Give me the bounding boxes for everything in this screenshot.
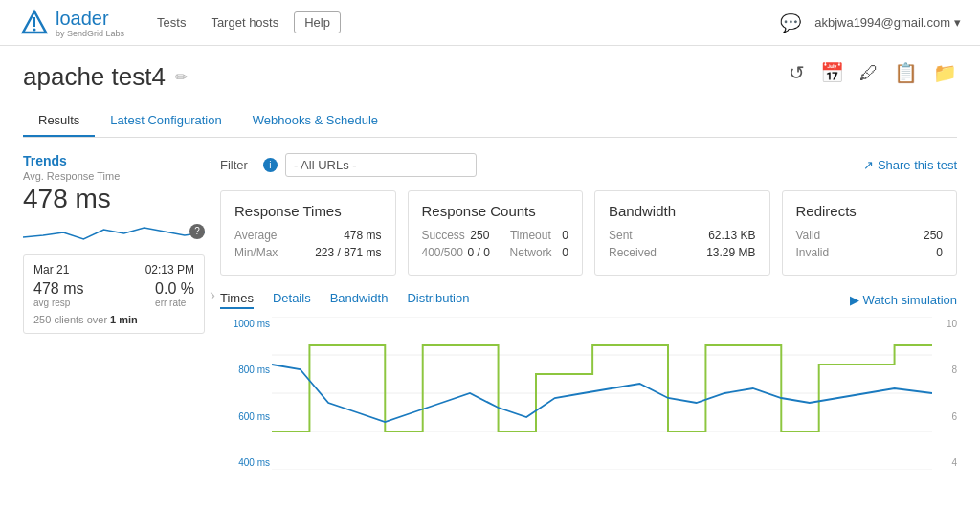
y-label-8: 8: [934, 365, 957, 375]
watch-sim-label: Watch simulation: [863, 293, 958, 307]
watch-simulation-link[interactable]: ▶ Watch simulation: [850, 293, 958, 307]
sidebar-time: 02:13 PM: [145, 263, 194, 277]
success-value: 250: [470, 229, 489, 242]
edit-icon[interactable]: 🖊: [859, 62, 879, 84]
avg-resp-val: 478 ms: [33, 280, 83, 298]
sent-value: 62.13 KB: [708, 229, 755, 242]
share-test-link[interactable]: ↗ Share this test: [863, 158, 957, 172]
invalid-label: Invalid: [796, 246, 830, 259]
filter-select-wrapper: - All URLs -: [285, 153, 477, 177]
dropdown-arrow-icon: ▾: [954, 15, 961, 30]
redirects-title: Redirects: [796, 203, 944, 219]
metrics-cards-row: Response Times Average 478 ms Min/Max 22…: [220, 190, 957, 276]
folder-icon[interactable]: 📁: [933, 61, 957, 84]
y-labels-right: 10 8 6 4: [934, 317, 957, 470]
avg-value: 478 ms: [344, 229, 381, 242]
valid-label: Valid: [796, 229, 821, 242]
navbar-right: 💬 akbjwa1994@gmail.com ▾: [780, 12, 961, 33]
response-counts-title: Response Counts: [422, 203, 569, 219]
valid-value: 250: [924, 229, 943, 242]
y-label-400: 400 ms: [220, 457, 270, 468]
filter-row: Filter i - All URLs - ↗ Share this test: [220, 153, 957, 177]
copy-icon[interactable]: 📋: [894, 61, 918, 84]
chart-tab-distribution[interactable]: Distribution: [407, 291, 469, 309]
brand-name: loader: [56, 8, 109, 29]
chart-tab-bandwidth[interactable]: Bandwidth: [330, 291, 389, 309]
minmax-label: Min/Max: [234, 246, 278, 259]
main-content-area: apache test4 ✏ ↺ 📅 🖊 📋 📁 Results Latest …: [0, 46, 980, 485]
nav-target-hosts[interactable]: Target hosts: [201, 11, 288, 33]
network-value: 0: [562, 246, 568, 259]
invalid-value: 0: [936, 246, 943, 259]
toolbar-icons: ↺ 📅 🖊 📋 📁: [789, 61, 957, 84]
avg-row: Average 478 ms: [234, 229, 382, 242]
sidebar: Trends Avg. Response Time 478 ms ? Mar 2…: [23, 153, 205, 470]
sidebar-data-row: 478 ms avg resp 0.0 % err rate: [33, 280, 194, 308]
sidebar-clients: 250 clients over 1 min: [33, 314, 194, 325]
err-rate-val: 0.0 %: [155, 280, 194, 298]
sidebar-date-time-row: Mar 21 02:13 PM: [33, 263, 194, 277]
tab-latest-config[interactable]: Latest Configuration: [95, 105, 236, 137]
content-area: Trends Avg. Response Time 478 ms ? Mar 2…: [23, 153, 957, 470]
sidebar-avg-resp: 478 ms avg resp: [33, 280, 83, 308]
network-label: Network: [510, 246, 552, 259]
400500-value: 0 / 0: [468, 246, 490, 259]
avg-response-label: Avg. Response Time: [23, 170, 205, 182]
user-email-dropdown[interactable]: akbjwa1994@gmail.com ▾: [814, 15, 961, 30]
y-labels-left: 1000 ms 800 ms 600 ms 400 ms: [220, 317, 270, 470]
title-row: apache test4 ✏ ↺ 📅 🖊 📋 📁: [23, 61, 957, 92]
chevron-right-icon[interactable]: ›: [210, 284, 215, 304]
minmax-value: 223 / 871 ms: [315, 246, 381, 259]
tab-webhooks[interactable]: Webhooks & Schedule: [237, 105, 393, 137]
400500-network-row: 400/500 0 / 0 Network 0: [422, 246, 569, 259]
avg-resp-lbl: avg resp: [33, 298, 83, 308]
filter-group: Filter i - All URLs -: [220, 153, 477, 177]
received-label: Received: [609, 246, 657, 259]
brand: loader by SendGrid Labs: [19, 8, 124, 38]
svg-point-2: [33, 28, 36, 31]
filter-label: Filter: [220, 158, 248, 172]
y-label-600: 600 ms: [220, 411, 270, 422]
play-icon: ▶: [850, 293, 859, 307]
trend-help-icon[interactable]: ?: [189, 224, 205, 239]
y-label-6: 6: [934, 411, 957, 422]
message-icon[interactable]: 💬: [780, 12, 801, 33]
err-rate-lbl: err rate: [155, 298, 194, 308]
response-counts-card: Response Counts Success 250 Timeout 0 40…: [408, 190, 584, 276]
trend-chart: ?: [23, 218, 205, 247]
sent-label: Sent: [609, 229, 633, 242]
sidebar-stats-card: Mar 21 02:13 PM 478 ms avg resp 0.0 % er…: [23, 254, 205, 334]
valid-row: Valid 250: [796, 229, 944, 242]
avg-response-value: 478 ms: [23, 184, 205, 214]
timeout-value: 0: [562, 229, 568, 242]
share-label: Share this test: [878, 158, 957, 172]
edit-title-icon[interactable]: ✏: [175, 68, 188, 86]
avg-label: Average: [234, 229, 277, 242]
response-times-title: Response Times: [234, 203, 382, 219]
page-title: apache test4: [23, 62, 166, 92]
chart-tab-group: Times Details Bandwidth Distribution: [220, 291, 469, 309]
received-row: Received 13.29 MB: [609, 246, 756, 259]
main-tabs: Results Latest Configuration Webhooks & …: [23, 105, 957, 138]
user-email-text: akbjwa1994@gmail.com: [814, 15, 950, 30]
y-label-800: 800 ms: [220, 365, 270, 375]
success-timeout-row: Success 250 Timeout 0: [422, 229, 569, 242]
success-label: Success: [422, 229, 465, 242]
filter-info-icon[interactable]: i: [263, 158, 278, 172]
nav-help[interactable]: Help: [294, 11, 341, 33]
calendar-icon[interactable]: 📅: [820, 61, 844, 84]
y-label-1000: 1000 ms: [220, 319, 270, 329]
tab-results[interactable]: Results: [23, 105, 95, 137]
bandwidth-card: Bandwidth Sent 62.13 KB Received 13.29 M…: [594, 190, 770, 276]
sidebar-date: Mar 21: [33, 263, 69, 277]
chart-tab-times[interactable]: Times: [220, 291, 254, 309]
redirects-card: Redirects Valid 250 Invalid 0: [782, 190, 958, 276]
nav-links: Tests Target hosts Help: [147, 11, 341, 33]
filter-url-select[interactable]: - All URLs -: [285, 153, 477, 177]
nav-tests[interactable]: Tests: [147, 11, 195, 33]
refresh-icon[interactable]: ↺: [789, 61, 805, 84]
received-value: 13.29 MB: [706, 246, 755, 259]
chart-tab-details[interactable]: Details: [273, 291, 311, 309]
response-times-card: Response Times Average 478 ms Min/Max 22…: [220, 190, 396, 276]
chart-area: 1000 ms 800 ms 600 ms 400 ms 10 8 6 4: [220, 317, 957, 470]
